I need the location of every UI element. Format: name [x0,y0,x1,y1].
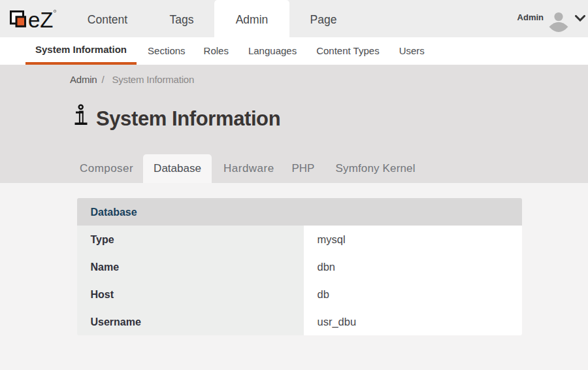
svg-text:eZ: eZ [28,8,54,31]
